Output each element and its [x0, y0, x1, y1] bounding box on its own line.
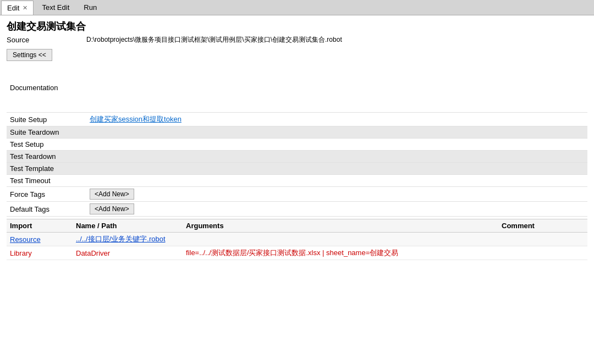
settings-value-test-setup — [86, 139, 587, 151]
import-row-library: Library DataDriver file=../../测试数据层/买家接口… — [7, 246, 587, 260]
settings-table: Documentation Suite Setup 创建买家session和提取… — [7, 63, 587, 217]
settings-label-default-tags: Default Tags — [7, 202, 86, 217]
suite-setup-link[interactable]: 创建买家session和提取token — [90, 115, 182, 123]
settings-value-documentation — [86, 63, 587, 113]
settings-label-documentation: Documentation — [7, 63, 86, 113]
settings-row-test-template: Test Template — [7, 163, 587, 175]
test-template-input[interactable] — [90, 164, 584, 173]
settings-toggle-button[interactable]: Settings << — [7, 49, 52, 61]
tab-edit[interactable]: Edit ✕ — [1, 1, 34, 15]
settings-row-default-tags: Default Tags <Add New> — [7, 202, 587, 217]
settings-row-test-teardown: Test Teardown — [7, 151, 587, 163]
settings-label-suite-teardown: Suite Teardown — [7, 126, 86, 139]
source-row: Source D:\robotprojects\微服务项目接口测试框架\测试用例… — [7, 35, 587, 45]
tab-edit-close[interactable]: ✕ — [23, 4, 28, 12]
import-col-arguments: Arguments — [186, 222, 502, 230]
source-value: D:\robotprojects\微服务项目接口测试框架\测试用例层\买家接口\… — [86, 35, 342, 45]
settings-value-default-tags: <Add New> — [86, 202, 587, 217]
main-content: 创建交易测试集合 Source D:\robotprojects\微服务项目接口… — [0, 15, 594, 364]
settings-value-suite-setup: 创建买家session和提取token — [86, 113, 587, 126]
import-args-library: file=../../测试数据层/买家接口测试数据.xlsx | sheet_n… — [186, 248, 502, 258]
documentation-textarea[interactable] — [90, 65, 584, 109]
page-title: 创建交易测试集合 — [7, 20, 587, 33]
settings-row-test-setup: Test Setup — [7, 139, 587, 151]
import-table-header: Import Name / Path Arguments Comment — [7, 219, 587, 233]
settings-row-suite-teardown: Suite Teardown — [7, 126, 587, 139]
test-timeout-input[interactable] — [90, 177, 584, 185]
source-label: Source — [7, 36, 86, 44]
settings-label-suite-setup: Suite Setup — [7, 113, 86, 126]
import-name-resource[interactable]: ../../接口层/业务关键字.robot — [76, 234, 186, 244]
settings-label-force-tags: Force Tags — [7, 187, 86, 202]
settings-value-test-timeout — [86, 175, 587, 187]
import-type-resource[interactable]: Resource — [10, 235, 76, 244]
settings-value-test-template — [86, 163, 587, 175]
settings-row-test-timeout: Test Timeout — [7, 175, 587, 187]
settings-row-suite-setup: Suite Setup 创建买家session和提取token — [7, 113, 587, 126]
suite-teardown-input[interactable] — [90, 128, 584, 136]
settings-value-suite-teardown — [86, 126, 587, 139]
tab-run[interactable]: Run — [76, 1, 104, 15]
import-row-resource: Resource ../../接口层/业务关键字.robot — [7, 233, 587, 246]
tab-edit-label: Edit — [7, 4, 19, 12]
test-teardown-input[interactable] — [90, 152, 584, 161]
force-tags-add-button[interactable]: <Add New> — [90, 189, 134, 200]
settings-label-test-timeout: Test Timeout — [7, 175, 86, 187]
tab-run-label: Run — [84, 3, 97, 12]
settings-label-test-setup: Test Setup — [7, 139, 86, 151]
import-name-library[interactable]: DataDriver — [76, 249, 186, 257]
tab-bar: Edit ✕ Text Edit Run — [0, 0, 594, 15]
tab-text-edit[interactable]: Text Edit — [35, 1, 76, 15]
settings-row-force-tags: Force Tags <Add New> — [7, 187, 587, 202]
import-col-comment: Comment — [502, 222, 584, 230]
settings-row-documentation: Documentation — [7, 63, 587, 113]
import-type-library[interactable]: Library — [10, 249, 76, 257]
settings-value-force-tags: <Add New> — [86, 187, 587, 202]
settings-label-test-template: Test Template — [7, 163, 86, 175]
settings-section: Settings << — [7, 49, 587, 61]
tab-text-edit-label: Text Edit — [42, 3, 69, 12]
settings-value-test-teardown — [86, 151, 587, 163]
import-section: Import Name / Path Arguments Comment Res… — [7, 219, 587, 260]
default-tags-add-button[interactable]: <Add New> — [90, 203, 134, 214]
import-col-name: Name / Path — [76, 222, 186, 230]
settings-label-test-teardown: Test Teardown — [7, 151, 86, 163]
test-setup-input[interactable] — [90, 140, 584, 148]
import-col-import: Import — [10, 222, 76, 230]
